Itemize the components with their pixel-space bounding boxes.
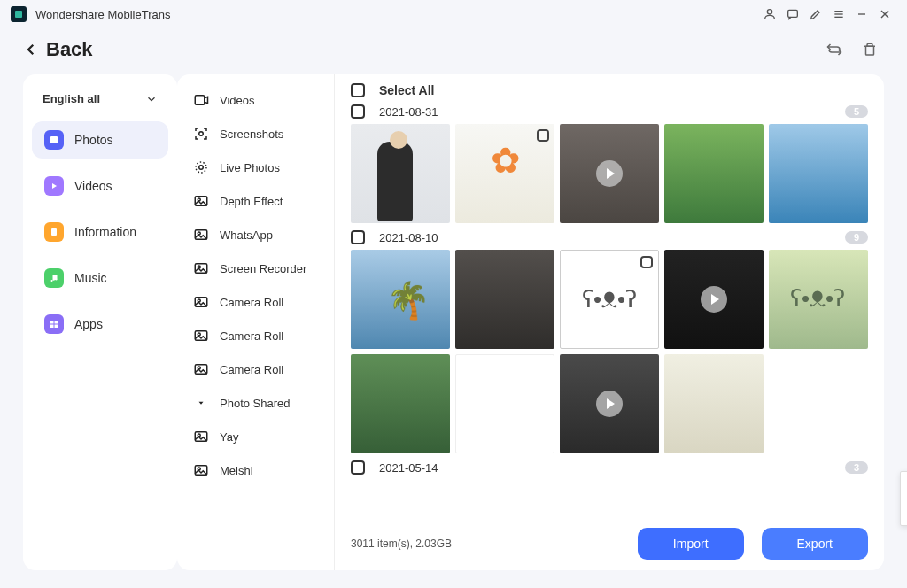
app-title: Wondershare MobileTrans [35,8,170,21]
svg-marker-19 [205,97,208,104]
category-information[interactable]: Information [32,213,168,251]
video-thumbnail[interactable] [560,124,659,223]
photo-thumbnail[interactable] [664,124,764,223]
picture-icon [193,429,209,445]
album-screenshots[interactable]: Screenshots [177,117,334,151]
svg-rect-11 [51,228,57,236]
photo-thumbnail[interactable] [455,354,554,453]
album-label: Camera Roll [220,296,283,309]
video-thumbnail[interactable] [560,354,659,453]
menu-item-add-file[interactable]: Add File [901,476,907,499]
group-date: 2021-05-14 [379,461,438,475]
music-icon [44,268,64,288]
menu-icon[interactable] [827,3,850,26]
album-label: Depth Effect [220,195,283,208]
svg-point-12 [51,280,53,282]
group-checkbox[interactable] [351,460,365,475]
category-music[interactable]: Music [32,259,168,297]
thumbnail-checkbox[interactable] [537,129,549,142]
play-icon [596,160,623,187]
album-label: Yay [220,430,238,444]
album-cameraroll[interactable]: Camera Roll [177,285,334,319]
album-label: Camera Roll [220,329,283,343]
album-label: Screenshots [220,128,283,141]
album-whatsapp[interactable]: WhatsApp [177,218,334,251]
category-label: Apps [74,317,103,331]
date-group-header: 2021-08-10 9 [351,228,868,250]
album-section-label: Photo Shared [220,397,291,410]
photo-thumbnail[interactable] [351,250,450,349]
chevron-left-icon [23,42,39,58]
chevron-down-icon [145,93,158,105]
account-icon[interactable] [758,3,781,26]
photo-thumbnail[interactable] [769,250,868,349]
album-section-photoshared[interactable]: Photo Shared [177,386,334,420]
photo-thumbnail[interactable] [560,250,659,349]
photo-thumbnail[interactable] [664,354,764,453]
play-icon [701,286,727,313]
item-count-label: 3011 item(s), 2.03GB [351,538,452,550]
category-photos[interactable]: Photos [32,121,168,159]
picture-icon [193,193,209,209]
language-label: English all [43,92,100,105]
export-button[interactable]: Export [762,528,868,560]
delete-button[interactable] [856,35,884,64]
import-button[interactable]: Import [638,528,744,560]
language-dropdown[interactable]: English all [32,85,168,112]
svg-point-0 [767,10,771,14]
back-label: Back [46,38,93,61]
album-deptheffect[interactable]: Depth Effect [177,184,334,218]
group-count: 5 [845,105,868,118]
album-livephotos[interactable]: Live Photos [177,151,334,184]
photo-thumbnail[interactable] [455,124,554,223]
svg-marker-35 [199,402,204,405]
photo-thumbnail[interactable] [455,250,554,349]
album-cameraroll[interactable]: Camera Roll [177,352,334,386]
album-yay[interactable]: Yay [177,420,334,453]
album-cameraroll[interactable]: Camera Roll [177,319,334,352]
edit-icon[interactable] [804,3,827,26]
album-label: Videos [220,94,255,107]
video-square-icon [193,92,209,108]
group-count: 9 [845,231,868,244]
category-label: Photos [74,133,113,147]
feedback-icon[interactable] [781,3,804,26]
back-button[interactable]: Back [23,38,93,61]
thumbnail-checkbox[interactable] [640,256,653,268]
svg-point-22 [196,162,206,173]
back-bar: Back [0,28,907,74]
video-thumbnail[interactable] [664,250,764,349]
album-label: Meishi [220,464,253,477]
photo-thumbnail[interactable] [769,124,868,223]
category-apps[interactable]: Apps [32,306,168,343]
group-checkbox[interactable] [351,230,365,244]
close-icon[interactable] [873,3,896,26]
category-panel: English all Photos Videos Information Mu… [23,74,177,570]
refresh-button[interactable] [820,35,849,64]
picture-icon [193,328,209,344]
titlebar: Wondershare MobileTrans [0,0,907,28]
category-videos[interactable]: Videos [32,167,168,205]
group-checkbox[interactable] [351,104,365,119]
picture-icon [193,462,209,478]
group-date: 2021-08-31 [379,105,438,119]
select-all-checkbox[interactable] [351,83,365,97]
apps-icon [44,314,64,334]
minimize-icon[interactable] [850,3,873,26]
album-label: Live Photos [220,161,280,174]
thumbnail-grid [351,354,868,453]
photo-thumbnail[interactable] [351,124,450,223]
category-label: Information [74,225,136,239]
screenshot-icon [193,126,209,142]
album-screenrecorder[interactable]: Screen Recorder [177,251,334,285]
svg-marker-10 [52,183,57,189]
picture-icon [193,260,209,276]
thumbnail-grid [351,124,868,223]
album-meishi[interactable]: Meishi [177,453,334,487]
app-logo-icon [11,6,27,22]
photo-thumbnail[interactable] [351,354,450,453]
album-videos[interactable]: Videos [177,83,334,117]
menu-item-add-folder[interactable]: Add Folder [901,499,907,522]
svg-rect-18 [195,96,205,105]
svg-rect-8 [866,46,874,55]
